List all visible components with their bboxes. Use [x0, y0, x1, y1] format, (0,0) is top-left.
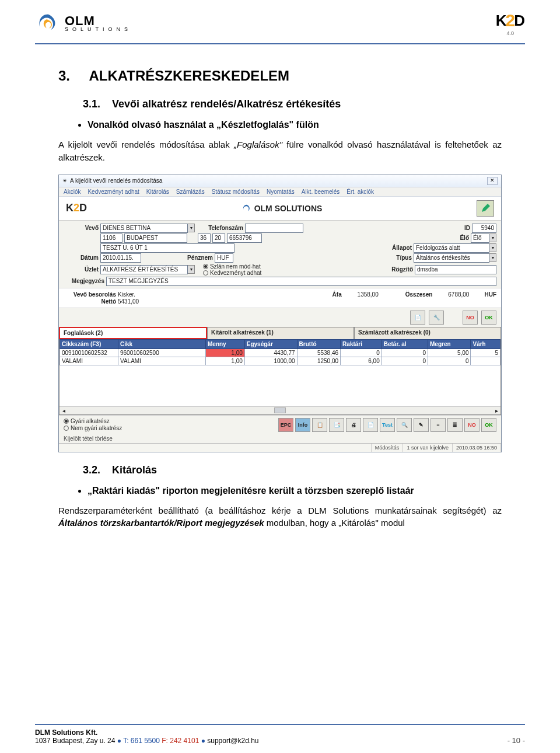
col-header[interactable]: Cikk [118, 339, 206, 348]
tool-button[interactable]: ≣ [447, 418, 463, 432]
menu-item[interactable]: Kedvezményt adhat [88, 189, 139, 195]
elo-input[interactable]: Élő [471, 233, 489, 243]
tool-button[interactable]: 📄 [410, 311, 425, 325]
cell[interactable]: 1,00 [206, 357, 245, 365]
dlm-logo-small: OLM SOLUTIONS [242, 203, 323, 214]
allapot-input[interactable]: Feldolgozás alatt [414, 243, 489, 253]
allapot-label: Állapot [392, 245, 412, 251]
footer-fax-label: F: [162, 737, 168, 745]
dropdown-arrow-icon[interactable]: ▾ [188, 224, 195, 232]
subsection-heading-32: 3.2. Kitárolás [83, 464, 502, 476]
col-header[interactable]: Megren [428, 339, 471, 348]
ok-button[interactable]: OK [481, 418, 496, 432]
menu-item[interactable]: Alkt. beemelés [302, 189, 340, 195]
dropdown-arrow-icon[interactable]: ▾ [188, 265, 195, 274]
tool-button[interactable]: 📑 [329, 418, 344, 432]
cell[interactable]: 5538,46 [297, 348, 341, 357]
vevo-input[interactable]: DIENES BETTINA [100, 224, 188, 233]
radio-gyari[interactable]: Gyári alkatrész [64, 418, 122, 424]
cell[interactable]: 1000,00 [244, 357, 297, 365]
uzlet-input[interactable]: ALKATRÉSZ ÉRTÉKESÍTÉS [100, 265, 188, 274]
subsection-title: Vevői alkatrész rendelés/Alkatrész érték… [112, 98, 341, 110]
col-header[interactable]: Várh [471, 339, 501, 348]
id-input[interactable]: 5940 [472, 224, 496, 233]
radio-nemgyari[interactable]: Nem gyári alkatrész [64, 425, 122, 431]
info-button[interactable]: Info [295, 418, 310, 432]
tab-szamlazott[interactable]: Számlázott alkatrészek (0) [354, 327, 501, 339]
app-window: ✴ A kijelölt vevői rendelés módosítása ✕… [58, 175, 502, 452]
menu-item[interactable]: Kitárolás [146, 189, 169, 195]
tool-button[interactable]: 🔧 [429, 311, 444, 325]
phone-cc-input[interactable]: 36 [198, 233, 211, 243]
dropdown-arrow-icon[interactable]: ▾ [489, 253, 496, 262]
epc-button[interactable]: EPC [278, 418, 293, 432]
cell[interactable]: 0 [341, 348, 382, 357]
tool-button[interactable]: ≡ [430, 418, 446, 432]
menu-item[interactable]: Ért. akciók [346, 189, 374, 195]
tool-button[interactable]: 📄 [363, 418, 378, 432]
cell[interactable]: 960010602500 [118, 348, 206, 357]
radio-szlan[interactable]: Szlán nem mód-hat [203, 263, 261, 270]
cell[interactable]: 5 [471, 348, 501, 357]
table-row[interactable]: 00910010602532 960010602500 1,00 4430,77… [60, 348, 501, 357]
window-icon: ✴ [62, 177, 67, 184]
cell[interactable]: VALAMI [60, 357, 118, 365]
cell[interactable]: 00910010602532 [60, 348, 118, 357]
tool-button[interactable]: 🔍 [397, 418, 412, 432]
close-button[interactable]: ✕ [487, 177, 498, 185]
cell[interactable]: 6,00 [341, 357, 382, 365]
radio-label: Kedvezményt adhat [210, 270, 261, 276]
tipus-input[interactable]: Általános értékesítés [414, 253, 489, 263]
cell[interactable]: 0 [428, 357, 471, 365]
col-header[interactable]: Cikkszám (F3) [60, 339, 118, 348]
para-text: A kijelölt vevői rendelés módosítása abl… [58, 140, 234, 149]
footer-fax: 242 4101 [170, 737, 199, 745]
tel-input[interactable] [245, 224, 303, 233]
megj-input[interactable]: TESZT MEGJEGYZÉS [106, 277, 496, 286]
data-grid[interactable]: Cikkszám (F3) Cikk Menny Egységár Bruttó… [60, 339, 501, 365]
cell[interactable]: 5,00 [428, 348, 471, 357]
menu-item[interactable]: Számlázás [176, 189, 205, 195]
cell[interactable] [471, 357, 501, 365]
col-header[interactable]: Menny [206, 339, 245, 348]
cell[interactable]: VALAMI [118, 357, 206, 365]
test-button[interactable]: Test [380, 418, 395, 432]
phone-num-input[interactable]: 6653796 [227, 233, 262, 243]
ok-button[interactable]: OK [481, 311, 496, 325]
tool-button[interactable]: 📋 [312, 418, 327, 432]
page-footer: DLM Solutions Kft. 1037 Budapest, Zay u.… [35, 724, 525, 745]
addr-input[interactable]: TESZT U. 6 ÚT 1 [100, 243, 235, 253]
table-row[interactable]: VALAMI VALAMI 1,00 1000,00 1250,00 6,00 … [60, 357, 501, 365]
phone-area-input[interactable]: 20 [212, 233, 225, 243]
col-header[interactable]: Raktári [341, 339, 382, 348]
cell[interactable]: 4430,77 [244, 348, 297, 357]
col-header[interactable]: Betár. al [382, 339, 428, 348]
rogzito-input[interactable]: dmsdba [415, 265, 496, 274]
penz-input[interactable]: HUF [215, 253, 233, 263]
horizontal-scrollbar[interactable]: ◂▸ [60, 406, 501, 414]
cell[interactable]: 1250,00 [297, 357, 341, 365]
tool-button[interactable]: ✎ [414, 418, 429, 432]
menu-item[interactable]: Nyomtatás [267, 189, 295, 195]
dropdown-arrow-icon[interactable]: ▾ [489, 233, 496, 242]
menu-item[interactable]: Akciók [64, 189, 80, 195]
radio-kedvezmeny[interactable]: Kedvezményt adhat [203, 270, 261, 276]
no-button[interactable]: NO [463, 311, 478, 325]
tool-button[interactable]: 🖨 [346, 418, 361, 432]
city-input[interactable]: BUDAPEST [124, 233, 187, 243]
datum-label: Dátum [64, 255, 99, 261]
edit-button[interactable] [477, 200, 494, 217]
datum-input[interactable]: 2010.01.15. [100, 253, 141, 263]
no-button[interactable]: NO [464, 418, 480, 432]
cell[interactable]: 1,00 [206, 348, 245, 357]
zip-input[interactable]: 1106 [100, 233, 123, 243]
dropdown-arrow-icon[interactable]: ▾ [489, 243, 496, 252]
cell[interactable]: 0 [382, 357, 428, 365]
tab-kitarolt[interactable]: Kitárolt alkatrészek (1) [207, 327, 354, 339]
cell[interactable]: 0 [382, 348, 428, 357]
col-header[interactable]: Bruttó [297, 339, 341, 348]
dlm-logo-sub: SOLUTIONS [65, 27, 132, 32]
col-header[interactable]: Egységár [244, 339, 297, 348]
menu-item[interactable]: Státusz módosítás [212, 189, 260, 195]
tab-foglalasok[interactable]: Foglalások (2) [59, 327, 207, 339]
